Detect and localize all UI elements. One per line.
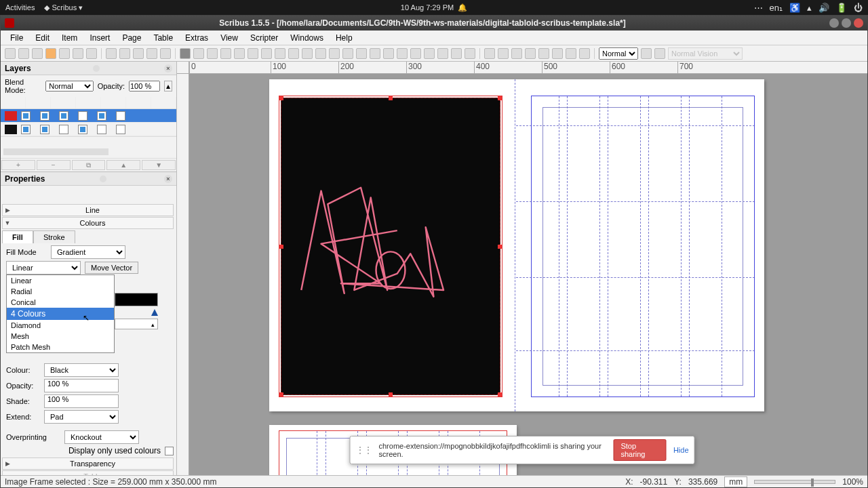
tool-textframe[interactable] <box>193 48 204 59</box>
pdf-list[interactable] <box>552 48 563 59</box>
menu-extras[interactable]: Extras <box>180 32 214 44</box>
cms-toggle[interactable] <box>641 48 652 59</box>
gradient-type-option-4colours[interactable]: 4 Colours ↖ <box>7 308 114 320</box>
layer-visible-checkbox[interactable] <box>21 111 31 121</box>
tool-save[interactable] <box>32 48 43 59</box>
close-button[interactable] <box>854 18 863 28</box>
menu-insert[interactable]: Insert <box>84 32 115 44</box>
layers-close-icon[interactable]: × <box>164 64 172 73</box>
ruler-horizontal[interactable]: 0 100 200 300 400 500 600 700 <box>189 62 867 74</box>
network-icon[interactable]: ▴ <box>807 3 812 13</box>
clock-label[interactable]: 10 Aug 7:29 PM <box>401 3 454 12</box>
pdf-annot[interactable] <box>566 48 576 59</box>
menu-edit[interactable]: Edit <box>30 32 55 44</box>
layer-flow-checkbox[interactable] <box>78 125 87 134</box>
layer-dup-button[interactable]: ⧉ <box>72 160 106 170</box>
tool-open[interactable] <box>18 48 29 59</box>
notification-icon[interactable]: 🔔 <box>458 3 467 12</box>
section-line[interactable]: ▶Line <box>2 204 174 216</box>
gradient-type-option-diamond[interactable]: Diamond <box>7 320 114 331</box>
layer-opacity-spinner[interactable] <box>129 81 160 92</box>
stop-sharing-button[interactable]: Stop sharing <box>613 439 666 461</box>
menu-page[interactable]: Page <box>117 32 146 44</box>
tool-edit-content[interactable] <box>383 48 394 59</box>
canvas-viewport[interactable]: ◀ <box>189 74 867 475</box>
tool-arc[interactable] <box>261 48 272 59</box>
display-used-checkbox[interactable] <box>165 447 174 455</box>
tool-rotate[interactable] <box>356 48 367 59</box>
layer-scrollbar[interactable] <box>1 136 176 158</box>
gradient-type-option-patchmesh[interactable]: Patch Mesh <box>7 342 114 352</box>
ruler-origin[interactable] <box>177 62 189 74</box>
selected-image-frame[interactable] <box>281 98 500 395</box>
properties-close-icon[interactable]: × <box>164 175 172 183</box>
layer-up-button[interactable]: ▲ <box>106 160 140 170</box>
tool-edit-text[interactable] <box>397 48 408 59</box>
layer-color-swatch[interactable] <box>5 125 17 134</box>
tool-zoom[interactable] <box>370 48 380 59</box>
tool-shape[interactable] <box>248 48 258 59</box>
tab-fill[interactable]: Fill <box>2 230 33 243</box>
layer-print-checkbox[interactable] <box>40 125 50 134</box>
section-colours[interactable]: ▼Colours <box>2 217 174 229</box>
tool-line[interactable] <box>302 48 313 59</box>
unit-select[interactable]: mm <box>724 476 747 487</box>
tool-redo[interactable] <box>119 48 130 59</box>
pdf-button[interactable] <box>484 48 495 59</box>
hide-sharing-button[interactable]: Hide <box>673 446 689 454</box>
pdf-radio[interactable] <box>498 48 509 59</box>
blendmode-select[interactable]: Normal <box>45 81 93 92</box>
pdf-link[interactable] <box>579 48 590 59</box>
power-icon[interactable]: ⏻ <box>854 3 863 13</box>
pdf-text[interactable] <box>511 48 522 59</box>
move-vector-button[interactable]: Move Vector <box>85 262 138 274</box>
tool-undo[interactable] <box>106 48 117 59</box>
fillmode-select[interactable]: Gradient <box>51 245 125 259</box>
tool-bezier[interactable] <box>315 48 326 59</box>
tool-measure[interactable] <box>437 48 448 59</box>
tool-link-frames[interactable] <box>410 48 421 59</box>
preview-toggle[interactable] <box>654 48 665 59</box>
layer-color-swatch[interactable] <box>5 111 17 121</box>
activities-button[interactable]: Activities <box>5 3 35 12</box>
tool-new[interactable] <box>5 48 16 59</box>
gradient-type-option-mesh[interactable]: Mesh <box>7 331 114 342</box>
gradient-stop-marker[interactable] <box>151 309 158 316</box>
share-grip-icon[interactable]: ⋮⋮ <box>356 445 372 455</box>
tool-paste[interactable] <box>160 48 171 59</box>
tool-freehand[interactable] <box>329 48 340 59</box>
layer-add-button[interactable]: + <box>1 160 35 170</box>
tool-renderframe[interactable] <box>220 48 231 59</box>
volume-icon[interactable]: 🔊 <box>818 3 829 13</box>
tool-select[interactable] <box>180 48 191 59</box>
page-left[interactable] <box>279 96 502 397</box>
minimize-button[interactable] <box>829 18 839 28</box>
menu-help[interactable]: Help <box>330 32 358 44</box>
tool-close[interactable] <box>45 48 56 59</box>
menu-file[interactable]: File <box>5 32 28 44</box>
tool-copy-props[interactable] <box>451 48 462 59</box>
menu-windows[interactable]: Windows <box>285 32 329 44</box>
layer-remove-button[interactable]: − <box>37 160 71 170</box>
fill-opacity-spinner[interactable]: 100 % <box>44 379 119 392</box>
battery-icon[interactable]: 🔋 <box>836 3 847 13</box>
tool-preflight[interactable] <box>73 48 83 59</box>
zoom-slider[interactable] <box>754 480 835 484</box>
preview-mode-select[interactable]: Normal <box>599 47 638 60</box>
tool-print[interactable] <box>59 48 70 59</box>
overprint-select[interactable]: Knockout <box>64 430 139 444</box>
layers-dock-icon[interactable] <box>93 65 100 72</box>
tool-imageframe[interactable] <box>207 48 218 59</box>
layer-select-checkbox[interactable] <box>116 111 125 121</box>
layer-row[interactable] <box>1 123 176 136</box>
gradient-type-option-radial[interactable]: Radial <box>7 286 114 297</box>
tab-stroke[interactable]: Stroke <box>33 230 75 243</box>
layer-outline-checkbox[interactable] <box>97 111 106 121</box>
tool-copy[interactable] <box>146 48 157 59</box>
layer-outline-checkbox[interactable] <box>97 125 106 134</box>
maximize-button[interactable] <box>842 18 851 28</box>
accessibility-icon[interactable]: ♿ <box>789 3 800 13</box>
appmenu-button[interactable]: ◆ Scribus ▾ <box>44 3 83 12</box>
opacity-stepper[interactable]: ▴ <box>164 81 172 92</box>
tool-eyedrop[interactable] <box>465 48 475 59</box>
